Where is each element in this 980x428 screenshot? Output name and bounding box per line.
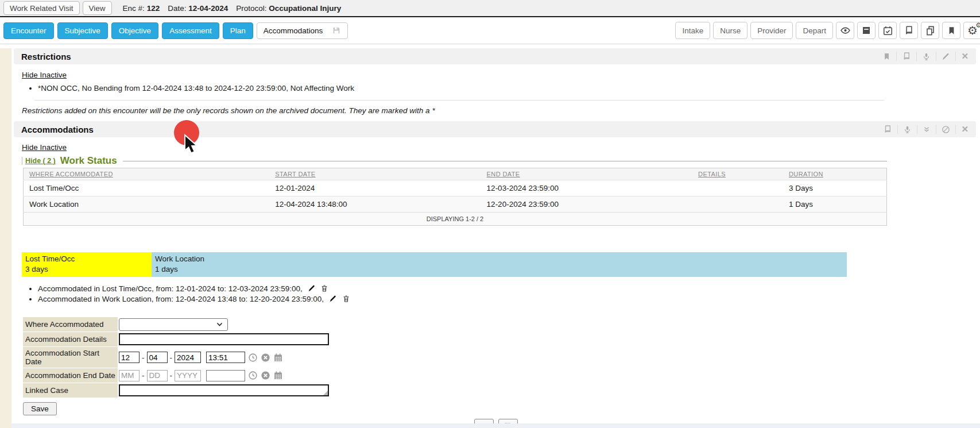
settings-gears-icon[interactable]: ⚙⚙ [963,22,980,39]
delete-icon[interactable] [320,284,328,292]
work-related-visit-button[interactable]: Work Related Visit [3,1,80,15]
work-status-table: WHERE ACCOMMODATED START DATE END DATE D… [23,168,887,226]
main-content: Restrictions ✕ Hide Inactive *NON OCC, N… [0,48,980,428]
clock-icon[interactable] [248,353,258,363]
end-month-input[interactable] [119,370,140,381]
provider-button[interactable]: Provider [750,22,793,39]
start-year-input[interactable] [175,352,201,363]
view-button[interactable]: View [83,1,112,15]
bookmark-icon[interactable] [882,52,891,61]
accommodations-section-header: Accommodations ✕ [14,121,976,137]
clock-icon[interactable] [248,371,258,380]
book-icon[interactable] [900,22,918,39]
tab-plan[interactable]: Plan [223,22,253,39]
where-accommodated-select[interactable] [119,318,228,331]
tab-subjective[interactable]: Subjective [57,22,108,39]
col-where-accommodated[interactable]: WHERE ACCOMMODATED [24,168,270,180]
restrictions-header-icons: ✕ [882,51,969,61]
pencil-icon[interactable] [942,52,950,61]
encounter-protocol: Protocol: Occupational Injury [236,4,341,13]
col-end-date[interactable]: END DATE [481,168,692,180]
accommodation-end-date-label: Accommodation End Date [23,368,118,383]
eye-icon[interactable] [836,22,854,39]
col-duration[interactable]: DURATION [783,168,887,180]
calendar-check-icon[interactable] [878,22,897,39]
clear-icon[interactable] [261,353,270,363]
accommodations-hide-inactive-link[interactable]: Hide Inactive [22,143,67,152]
calendar-icon[interactable] [273,371,283,380]
microphone-icon[interactable] [922,52,931,61]
col-details[interactable]: DETAILS [692,168,783,180]
end-year-input[interactable] [175,370,201,381]
tab-assessment[interactable]: Assessment [162,22,219,39]
accommodations-title: Accommodations [21,125,94,134]
col-start-date[interactable]: START DATE [269,168,481,180]
linked-case-label: Linked Case [23,383,118,398]
left-margin-strip [0,48,11,428]
restrictions-title: Restrictions [21,52,71,61]
save-icon[interactable] [332,26,341,35]
collapse-icon[interactable] [923,125,931,133]
microphone-icon[interactable] [903,125,912,134]
work-status-legend: Hide ( 2 ) Work Status [22,155,887,167]
end-day-input[interactable] [147,370,168,381]
close-icon[interactable]: ✕ [961,51,969,61]
chevron-down-icon [216,321,223,328]
bookmark-icon[interactable] [942,22,960,39]
start-month-input[interactable] [119,352,140,363]
encounter-date: Date: 12-04-2024 [168,4,228,13]
linked-case-input[interactable] [119,384,329,396]
tab-accommodations-label: Accommodations [264,26,323,35]
restriction-item: *NON OCC, No Bending from 12-04-2024 13:… [38,84,980,92]
table-header-row: WHERE ACCOMMODATED START DATE END DATE D… [24,168,887,180]
work-status-hide-link[interactable]: Hide ( 2 ) [22,157,56,165]
tab-encounter[interactable]: Encounter [3,22,54,39]
delete-icon[interactable] [342,295,350,303]
paging-status: DISPLAYING 1-2 / 2 [24,213,887,226]
accommodation-details-input[interactable] [119,333,329,345]
book-icon[interactable] [902,52,911,61]
accommodation-start-date-label: Accommodation Start Date [23,347,118,368]
accommodation-entries: Accommodated in Lost Time/Occ, from: 12-… [38,284,980,303]
start-day-input[interactable] [147,352,168,363]
where-accommodated-label: Where Accommodated [23,317,118,331]
intake-button[interactable]: Intake [675,22,710,39]
tab-objective[interactable]: Objective [111,22,158,39]
copy-icon[interactable] [921,22,939,39]
encounter-number: Enc #: 122 [123,4,160,13]
list-item: Accommodated in Lost Time/Occ, from: 12-… [38,284,980,293]
tab-accommodations-active[interactable]: Accommodations [257,22,348,39]
toolbar-right: Intake Nurse Provider Depart ⚙⚙ [675,22,977,39]
calendar-icon[interactable] [273,353,283,363]
accommodation-details-label: Accommodation Details [23,332,118,346]
footer-strip [11,423,980,428]
block-icon[interactable] [942,125,950,134]
save-button[interactable]: Save [23,402,57,415]
table-footer-row: DISPLAYING 1-2 / 2 [24,213,887,226]
list-item: Accommodated in Work Location, from: 12-… [38,295,980,303]
restrictions-section-header: Restrictions ✕ [14,48,976,64]
table-row[interactable]: Work Location 12-04-2024 13:48:00 12-20-… [24,196,887,213]
table-row[interactable]: Lost Time/Occ 12-01-2024 12-03-2024 23:5… [24,180,887,196]
restrictions-divider [34,100,884,101]
chart-tab-bar: Encounter Subjective Objective Assessmen… [0,17,980,44]
archive-icon[interactable] [857,22,876,39]
restrictions-list: *NON OCC, No Bending from 12-04-2024 13:… [38,84,980,92]
resize-grip[interactable] [323,391,328,395]
edit-icon[interactable] [308,284,316,292]
end-time-input[interactable] [206,370,245,381]
legend-rule [123,161,887,161]
edit-icon[interactable] [329,295,337,303]
timeline-segment-lost-time[interactable]: Lost Time/Occ 3 days [22,252,152,277]
restrictions-note: Restrictions added on this encounter wil… [22,106,980,115]
restrictions-hide-inactive-link[interactable]: Hide Inactive [22,71,67,79]
clear-icon[interactable] [261,371,270,380]
close-icon[interactable]: ✕ [961,124,969,134]
depart-button[interactable]: Depart [796,22,833,39]
encounter-header-bar: Work Related Visit View Enc #: 122 Date:… [0,0,980,17]
timeline-segment-work-location[interactable]: Work Location 1 days [152,252,847,277]
nurse-button[interactable]: Nurse [713,22,747,39]
accommodation-timeline: Lost Time/Occ 3 days Work Location 1 day… [22,252,847,277]
book-icon[interactable] [883,125,892,134]
start-time-input[interactable] [206,352,245,363]
